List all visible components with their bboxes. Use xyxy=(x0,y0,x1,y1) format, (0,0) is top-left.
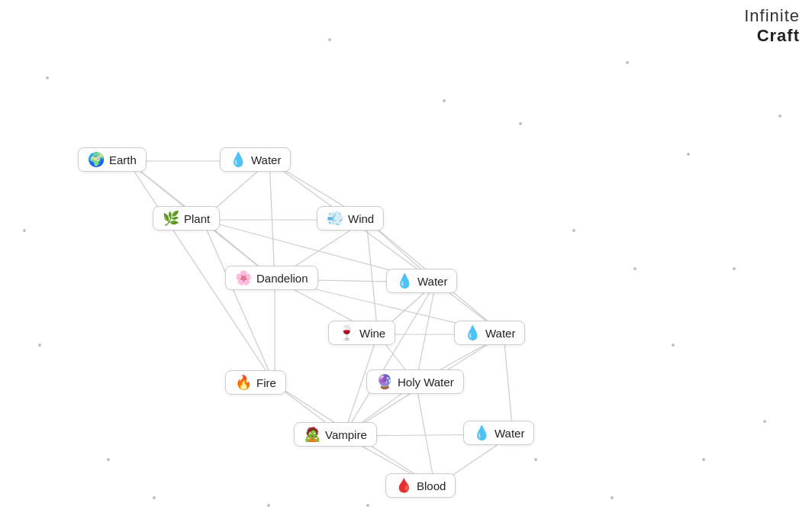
node-emoji-vampire: 🧟 xyxy=(304,428,321,441)
node-wind[interactable]: 💨Wind xyxy=(317,206,384,231)
edge-line xyxy=(504,334,513,434)
edge-line xyxy=(416,282,436,383)
background-dot xyxy=(626,61,629,64)
logo-line2: Craft xyxy=(744,26,800,46)
background-dot xyxy=(107,458,110,461)
node-holywater[interactable]: 🔮Holy Water xyxy=(366,369,464,394)
background-dot xyxy=(611,496,614,499)
node-emoji-water3: 💧 xyxy=(464,326,481,340)
edges-canvas xyxy=(0,0,812,526)
background-dot xyxy=(633,267,636,270)
node-water3[interactable]: 💧Water xyxy=(454,321,525,345)
node-label-water2: Water xyxy=(417,275,447,288)
background-dot xyxy=(733,267,736,270)
logo-line1: Infinite xyxy=(744,6,800,26)
node-label-fire: Fire xyxy=(256,376,276,389)
background-dot xyxy=(672,344,675,347)
node-vampire[interactable]: 🧟Vampire xyxy=(294,422,377,447)
node-blood[interactable]: 🩸Blood xyxy=(385,473,456,498)
node-label-water3: Water xyxy=(485,327,515,340)
node-dandelion[interactable]: 🌸Dandelion xyxy=(225,266,318,290)
node-wine[interactable]: 🍷Wine xyxy=(328,321,395,345)
node-emoji-blood: 🩸 xyxy=(395,479,412,492)
edge-line xyxy=(343,282,436,436)
edge-line xyxy=(202,220,275,384)
node-label-earth: Earth xyxy=(109,153,137,166)
background-dot xyxy=(366,504,369,507)
node-emoji-holywater: 🔮 xyxy=(376,375,393,389)
node-earth[interactable]: 🌍Earth xyxy=(78,147,147,172)
background-dot xyxy=(23,229,26,232)
background-dot xyxy=(778,115,781,118)
background-dot xyxy=(443,99,446,102)
node-emoji-dandelion: 🌸 xyxy=(235,271,252,285)
background-dot xyxy=(519,122,522,125)
node-label-water4: Water xyxy=(495,427,524,440)
node-fire[interactable]: 🔥Fire xyxy=(225,370,286,395)
node-water4[interactable]: 💧Water xyxy=(463,421,534,445)
edge-line xyxy=(366,220,378,334)
node-label-water1: Water xyxy=(251,153,281,166)
background-dot xyxy=(572,229,575,232)
node-water1[interactable]: 💧Water xyxy=(220,147,291,172)
edge-line xyxy=(416,383,435,487)
node-emoji-earth: 🌍 xyxy=(88,153,105,166)
node-water2[interactable]: 💧Water xyxy=(386,269,457,293)
node-label-blood: Blood xyxy=(417,479,446,492)
node-plant[interactable]: 🌿Plant xyxy=(153,206,220,231)
node-emoji-water4: 💧 xyxy=(473,426,490,440)
background-dot xyxy=(267,504,270,507)
node-emoji-wine: 🍷 xyxy=(338,326,355,340)
node-emoji-water2: 💧 xyxy=(396,274,413,288)
background-dot xyxy=(763,420,766,423)
background-dot xyxy=(702,458,705,461)
node-emoji-water1: 💧 xyxy=(230,153,246,166)
edge-line xyxy=(269,161,275,279)
background-dot xyxy=(328,38,331,41)
background-dot xyxy=(153,496,156,499)
node-label-wine: Wine xyxy=(359,327,385,340)
node-label-vampire: Vampire xyxy=(325,428,367,441)
background-dot xyxy=(534,458,537,461)
node-label-wind: Wind xyxy=(348,212,374,225)
background-dot xyxy=(46,76,49,79)
node-label-holywater: Holy Water xyxy=(398,376,454,389)
logo: Infinite Craft xyxy=(744,6,800,46)
background-dot xyxy=(687,153,690,156)
node-emoji-fire: 🔥 xyxy=(235,376,252,389)
node-label-dandelion: Dandelion xyxy=(256,272,308,285)
background-dot xyxy=(38,344,41,347)
node-label-plant: Plant xyxy=(184,212,210,225)
node-emoji-wind: 💨 xyxy=(327,211,343,225)
node-emoji-plant: 🌿 xyxy=(163,211,179,225)
